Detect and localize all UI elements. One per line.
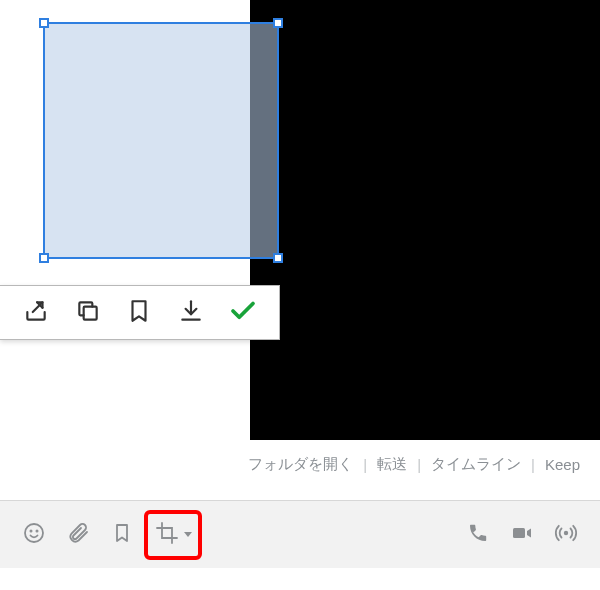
keep-link[interactable]: Keep: [541, 456, 584, 473]
svg-point-5: [564, 530, 568, 534]
separator: |: [525, 456, 541, 473]
svg-rect-0: [83, 306, 96, 319]
separator: |: [357, 456, 373, 473]
video-call-button[interactable]: [500, 513, 544, 557]
capture-button-group: [144, 510, 202, 560]
checkmark-icon: [228, 296, 258, 330]
crop-handle-top-right[interactable]: [273, 18, 283, 28]
confirm-button[interactable]: [223, 293, 263, 333]
bookmark-button[interactable]: [119, 293, 159, 333]
share-button[interactable]: [16, 293, 56, 333]
attach-button[interactable]: [56, 513, 100, 557]
emoji-button[interactable]: [12, 513, 56, 557]
input-toolbar: [0, 500, 600, 568]
copy-button[interactable]: [68, 293, 108, 333]
broadcast-icon: [554, 521, 578, 549]
keep-bookmark-button[interactable]: [100, 513, 144, 557]
crop-icon: [155, 521, 179, 549]
chevron-down-icon[interactable]: [184, 532, 192, 537]
timeline-link[interactable]: タイムライン: [427, 455, 525, 474]
download-button[interactable]: [171, 293, 211, 333]
crop-toolbar: [0, 285, 280, 340]
action-links: フォルダを開く | 転送 | タイムライン | Keep: [244, 455, 584, 474]
live-button[interactable]: [544, 513, 588, 557]
svg-rect-4: [513, 528, 525, 538]
separator: |: [411, 456, 427, 473]
crop-handle-bottom-left[interactable]: [39, 253, 49, 263]
crop-selection[interactable]: [43, 22, 279, 259]
forward-link[interactable]: 転送: [373, 455, 411, 474]
bookmark-icon: [126, 298, 152, 328]
copy-icon: [75, 298, 101, 328]
svg-point-2: [30, 530, 31, 531]
phone-icon: [466, 521, 490, 549]
svg-point-3: [36, 530, 37, 531]
crop-handle-bottom-right[interactable]: [273, 253, 283, 263]
screen-capture-button[interactable]: [150, 513, 184, 557]
smile-icon: [22, 521, 46, 549]
open-folder-link[interactable]: フォルダを開く: [244, 455, 357, 474]
bookmark-icon: [110, 521, 134, 549]
share-icon: [23, 298, 49, 328]
svg-point-1: [25, 524, 43, 542]
download-icon: [178, 298, 204, 328]
crop-handle-top-left[interactable]: [39, 18, 49, 28]
video-icon: [510, 521, 534, 549]
voice-call-button[interactable]: [456, 513, 500, 557]
paperclip-icon: [66, 521, 90, 549]
image-preview: [250, 0, 600, 440]
